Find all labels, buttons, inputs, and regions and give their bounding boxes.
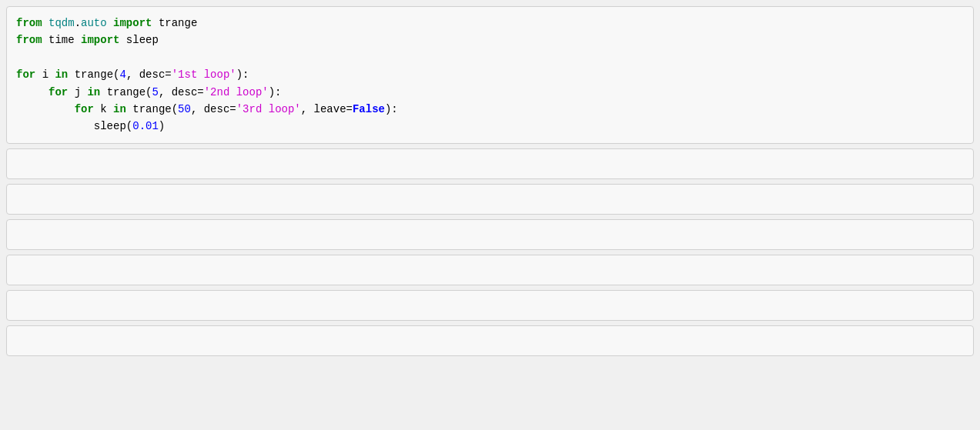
- keyword-import-1: import: [113, 17, 152, 29]
- code-line-blank: [16, 49, 964, 66]
- keyword-in-2: in: [87, 86, 100, 98]
- code-line-2: from time import sleep: [16, 32, 964, 48]
- module-tqdm: tqdm: [48, 17, 75, 29]
- progress-bar-1: [6, 148, 974, 179]
- keyword-in-3: in: [113, 103, 126, 115]
- progress-bar-2: [6, 184, 974, 215]
- progress-bar-4: [6, 255, 974, 285]
- keyword-from: from: [16, 17, 42, 29]
- keyword-import-2: import: [81, 34, 119, 46]
- code-line-6: sleep(0.01): [16, 118, 964, 135]
- code-line-5: for k in trange(50, desc='3rd loop', lea…: [16, 101, 964, 118]
- keyword-for-1: for: [16, 68, 35, 81]
- main-container: from tqdm.auto import trange from time i…: [0, 0, 980, 430]
- keyword-for-2: for: [48, 86, 68, 98]
- code-block: from tqdm.auto import trange from time i…: [6, 6, 974, 144]
- code-line-3: for i in trange(4, desc='1st loop'):: [16, 66, 964, 83]
- progress-bar-3: [6, 219, 974, 250]
- progress-bar-6: [6, 325, 974, 356]
- code-line-4: for j in trange(5, desc='2nd loop'):: [16, 84, 964, 101]
- progress-bar-5: [6, 290, 974, 321]
- keyword-for-3: for: [75, 103, 94, 115]
- keyword-in-1: in: [55, 68, 68, 81]
- code-line-1: from tqdm.auto import trange: [16, 15, 964, 32]
- keyword-from-2: from: [16, 34, 42, 46]
